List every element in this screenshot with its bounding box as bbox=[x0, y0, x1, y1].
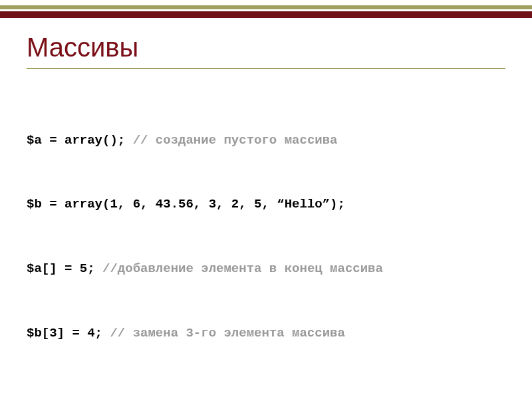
slide-content: Массивы $a = array(); // создание пустог… bbox=[0, 18, 532, 399]
code-text: $a[] = 5; bbox=[27, 261, 102, 276]
code-comment: //добавление элемента в конец массива bbox=[102, 261, 383, 276]
code-text: $a = array(); bbox=[27, 133, 133, 148]
code-comment: // создание пустого массива bbox=[133, 133, 338, 148]
code-line-1: $a = array(); // создание пустого массив… bbox=[27, 130, 505, 151]
code-line-2: $b = array(1, 6, 43.56, 3, 2, 5, “Hello”… bbox=[27, 194, 505, 215]
code-line-3: $a[] = 5; //добавление элемента в конец … bbox=[27, 258, 505, 279]
page-title: Массивы bbox=[27, 33, 505, 63]
code-block: $a = array(); // создание пустого массив… bbox=[27, 86, 505, 399]
code-line-blank bbox=[27, 387, 505, 399]
code-comment: // замена 3-го элемента массива bbox=[110, 326, 344, 340]
code-line-4: $b[3] = 4; // замена 3-го элемента масси… bbox=[27, 323, 505, 344]
title-underline bbox=[27, 68, 505, 69]
code-text: $b[3] = 4; bbox=[27, 326, 110, 340]
code-text bbox=[27, 390, 34, 399]
header-decoration bbox=[0, 0, 532, 18]
decoration-bar-maroon bbox=[0, 11, 532, 18]
code-text: $b = array(1, 6, 43.56, 3, 2, 5, “Hello”… bbox=[27, 197, 345, 211]
